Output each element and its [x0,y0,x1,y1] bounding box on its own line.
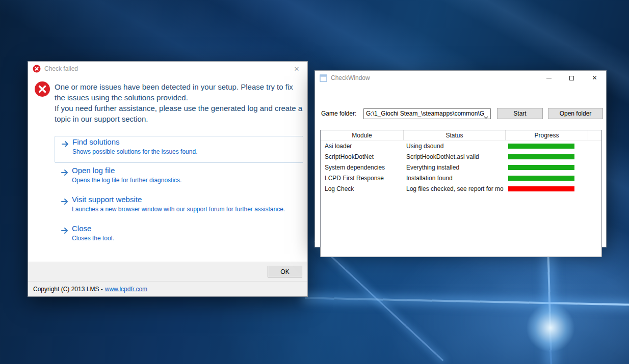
module-row[interactable]: Asi loader Using dsound [321,141,601,151]
status-cell: Log files checked, see report for mo [404,185,506,192]
command-link-description: Closes the tool. [72,235,114,242]
command-link-label: Close [72,224,91,233]
status-cell: Using dsound [404,143,506,150]
module-listview: Module Status Progress Asi loader Using … [320,130,602,257]
progress-bar [508,144,574,149]
check-window: CheckWindow ✕ Game folder: G:\1_Giochi S… [314,70,607,247]
command-link-description: Shows possible solutions for the issues … [72,148,197,155]
error-icon [34,81,50,99]
column-header-filler [588,130,601,141]
maximize-icon [569,76,574,80]
module-row[interactable]: System dependencies Everything installed [321,162,601,173]
module-row[interactable]: Log Check Log files checked, see report … [321,183,601,194]
column-header-progress[interactable]: Progress [506,130,588,141]
window-titlebar[interactable]: CheckWindow ✕ [315,71,606,85]
status-cell: ScriptHookDotNet.asi valid [404,153,506,160]
status-cell: Everything installed [404,164,506,171]
window-content: Game folder: G:\1_Giochi Steam_\steamapp… [315,85,606,247]
game-folder-label: Game folder: [321,108,356,119]
check-failed-dialog: Check failed ✕ One or more issues have b… [28,61,308,297]
command-link-label: Open log file [72,166,115,175]
ok-button[interactable]: OK [268,266,302,277]
progress-cell [506,165,588,170]
module-cell: Log Check [321,185,404,192]
game-folder-value: G:\1_Giochi Steam_\steamapps\common\G [366,110,484,117]
module-cell: LCPD First Response [321,175,404,182]
listview-header: Module Status Progress [321,130,601,141]
lcpdfr-link[interactable]: www.lcpdfr.com [105,286,147,293]
progress-cell [506,186,588,191]
progress-cell [506,154,588,159]
progress-bar [508,165,574,170]
close-button[interactable]: ✕ [583,71,606,85]
main-instruction-line: If you need further assistance, please u… [55,103,305,124]
command-link-close[interactable]: Close Closes the tool. [55,223,303,250]
dialog-title: Check failed [44,65,289,72]
close-icon[interactable]: ✕ [289,62,304,76]
command-link-open-log-file[interactable]: Open log file Opens the log file for fur… [55,165,303,192]
arrow-right-icon [61,198,69,207]
progress-cell [506,176,588,181]
dialog-footer: OK [28,262,307,281]
main-instruction-line: One or more issues have been detected in… [55,81,305,103]
arrow-right-icon [61,227,69,236]
app-icon [320,74,327,82]
game-folder-combobox[interactable]: G:\1_Giochi Steam_\steamapps\common\G [363,108,491,119]
status-cell: Installation found [404,175,506,182]
minimize-button[interactable] [537,71,560,85]
module-row[interactable]: LCPD First Response Installation found [321,173,601,183]
start-button[interactable]: Start [497,108,543,119]
window-title: CheckWindow [331,74,537,81]
command-link-description: Launches a new browser window with our s… [72,206,285,213]
command-link-visit-support-website[interactable]: Visit support website Launches a new bro… [55,194,303,221]
arrow-right-icon [61,141,70,150]
error-icon-small [33,65,41,73]
command-link-label: Find solutions [72,137,120,146]
wallpaper-glow-spot [526,303,575,352]
module-cell: ScriptHookDotNet [321,153,404,160]
command-link-label: Visit support website [72,195,142,204]
module-cell: Asi loader [321,143,404,150]
command-link-description: Opens the log file for further diagnosti… [72,177,181,184]
module-row[interactable]: ScriptHookDotNet ScriptHookDotNet.asi va… [321,151,601,162]
progress-bar [508,186,574,191]
progress-bar [508,154,574,159]
maximize-button[interactable] [560,71,583,85]
column-header-module[interactable]: Module [321,130,404,141]
copyright-bar: Copyright (C) 2013 LMS - www.lcpdfr.com [28,281,307,296]
dialog-titlebar[interactable]: Check failed ✕ [28,62,307,76]
module-cell: System dependencies [321,164,404,171]
close-icon: ✕ [592,74,597,81]
minimize-icon [546,78,552,78]
open-folder-button[interactable]: Open folder [548,108,603,119]
main-instruction: One or more issues have been detected in… [55,81,305,124]
dialog-content: One or more issues have been detected in… [28,76,307,262]
chevron-down-icon [484,113,488,119]
column-header-status[interactable]: Status [404,130,506,141]
progress-cell [506,144,588,149]
desktop-background: Check failed ✕ One or more issues have b… [0,0,629,364]
command-link-list: Find solutions Shows possible solutions … [55,136,303,252]
arrow-right-icon [61,169,69,178]
command-link-find-solutions[interactable]: Find solutions Shows possible solutions … [55,136,303,163]
progress-bar [508,176,574,181]
copyright-text: Copyright (C) 2013 LMS - [33,286,103,293]
